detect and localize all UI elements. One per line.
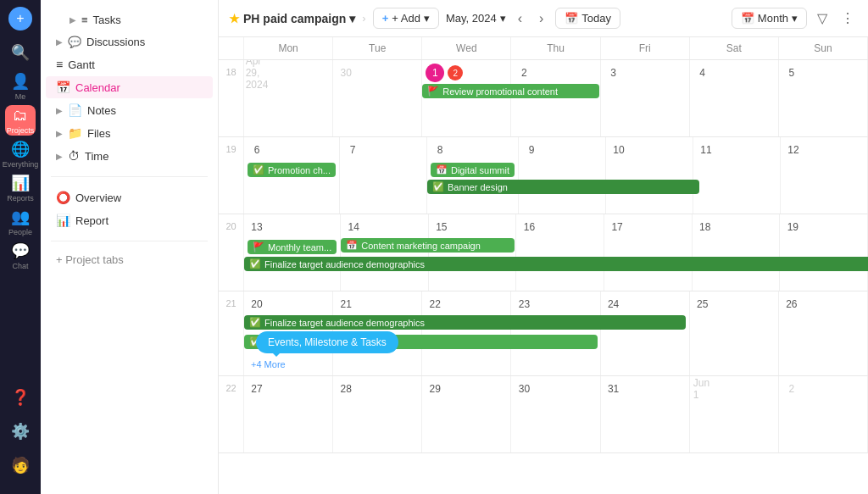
cell-may12[interactable]: 12 — [781, 137, 868, 214]
cell-may30[interactable]: 30 — [511, 376, 600, 452]
tasks-label: Tasks — [93, 14, 121, 26]
cell-may1[interactable]: 1 2 🚩 Review promotional content — [422, 60, 511, 136]
overview-label: Overview — [75, 191, 121, 204]
date-may26: 26 — [782, 295, 801, 314]
date-jun1: Jun 1 — [693, 380, 712, 398]
more-options-button[interactable]: ⋮ — [837, 7, 858, 30]
cell-may10[interactable]: 10 — [606, 137, 693, 214]
date-may21: 21 — [337, 295, 355, 314]
cell-may27[interactable]: 27 — [244, 376, 333, 452]
main-content: ★ PH paid campaign ▾ › + + Add ▾ May, 20… — [219, 0, 868, 494]
month-view-button[interactable]: 📅 Month ▾ — [732, 8, 807, 29]
sidebar-item-tasks[interactable]: ▶ ≡ Tasks — [46, 9, 213, 31]
cell-may24[interactable]: 24 — [601, 291, 690, 375]
event-review-promotional[interactable]: 🚩 Review promotional content — [422, 84, 598, 98]
sidebar-item-gantt[interactable]: ≡ Gantt — [46, 53, 213, 75]
add-button[interactable]: + + Add ▾ — [373, 8, 439, 29]
chat-nav-button[interactable]: 💬 Chat — [5, 241, 36, 271]
cell-may14[interactable]: 14 📅 Content marketing campaign — [341, 214, 429, 291]
discussions-icon: 💬 — [68, 36, 81, 48]
cell-may2[interactable]: 2 — [511, 60, 600, 136]
today-button[interactable]: 📅 Today — [555, 8, 620, 29]
date-may20: 20 — [248, 295, 266, 314]
cell-may3[interactable]: 3 — [601, 60, 690, 136]
reports-icon: 📊 — [11, 174, 30, 192]
cell-may5[interactable]: 5 — [779, 60, 868, 136]
cell-may11[interactable]: 11 — [693, 137, 781, 214]
header-right: 📅 Month ▾ ▽ ⋮ — [732, 7, 858, 30]
event-digital-summit[interactable]: 📅 Digital summit — [431, 163, 515, 177]
sidebar-item-notes[interactable]: ▶ 📄 Notes — [46, 99, 213, 121]
cell-may8[interactable]: 8 📅 Digital summit ✅ Banner design — [427, 137, 519, 214]
everything-nav-button[interactable]: 🌐 Everything — [5, 139, 36, 169]
cell-jun1[interactable]: Jun 1 — [690, 376, 779, 452]
cell-may7[interactable]: 7 — [340, 137, 427, 214]
day-header-fri: Fri — [601, 37, 690, 59]
cell-may9[interactable]: 9 — [519, 137, 606, 214]
event-banner-design[interactable]: ✅ Banner design — [427, 180, 699, 194]
people-nav-button[interactable]: 👥 People — [5, 207, 36, 237]
cell-apr30[interactable]: 30 — [333, 60, 422, 136]
prev-button[interactable]: ‹ — [513, 8, 527, 30]
date-may15: 15 — [432, 218, 451, 236]
sidebar: ▶ ≡ Tasks ▶ 💬 Discussions ≡ Gantt 📅 Cale… — [41, 0, 219, 494]
event-content-marketing[interactable]: 📅 Content marketing campaign — [341, 238, 515, 253]
more-icon: ⋮ — [841, 11, 854, 25]
time-arrow: ▶ — [56, 152, 63, 161]
sidebar-add-tabs[interactable]: + Project tabs — [46, 249, 213, 270]
event-monthly-team[interactable]: 🚩 Monthly team... — [248, 240, 337, 254]
settings-button[interactable]: ⚙️ — [5, 416, 36, 447]
reports-nav-button[interactable]: 📊 Reports — [5, 173, 36, 203]
search-button[interactable]: 🔍 — [5, 37, 36, 68]
cell-may19[interactable]: 19 — [780, 214, 868, 291]
event-label: Finalize target audience demographics — [264, 259, 425, 269]
cell-may20[interactable]: 20 ✅ Finalize target audience demographi… — [244, 291, 333, 375]
cell-may16[interactable]: 16 — [516, 214, 604, 291]
cell-may26[interactable]: 26 — [779, 291, 868, 375]
cell-may31[interactable]: 31 — [601, 376, 690, 452]
cell-may18[interactable]: 18 — [693, 214, 781, 291]
sidebar-item-time[interactable]: ▶ ⏱ Time — [46, 145, 213, 167]
cell-may6[interactable]: 6 ✅ Promotion ch... — [244, 137, 340, 214]
date-may11: 11 — [697, 141, 715, 159]
cell-may15[interactable]: 15 — [429, 214, 517, 291]
next-button[interactable]: › — [534, 8, 548, 30]
cell-may17[interactable]: 17 — [604, 214, 693, 291]
cell-may23[interactable]: 23 — [511, 291, 600, 375]
date-may7: 7 — [343, 141, 362, 159]
more-link[interactable]: +4 More — [248, 358, 289, 371]
event-promotion-ch[interactable]: ✅ Promotion ch... — [248, 163, 336, 177]
files-arrow: ▶ — [56, 129, 63, 138]
cell-may28[interactable]: 28 — [333, 376, 422, 452]
help-button[interactable]: ❓ — [5, 382, 36, 413]
cell-may4[interactable]: 4 — [690, 60, 779, 136]
date-may14: 14 — [344, 218, 363, 236]
projects-nav-button[interactable]: 🗂 Projects — [5, 105, 36, 136]
overview-icon: ⭕ — [56, 191, 70, 204]
cell-may22[interactable]: 22 — [422, 291, 511, 375]
avatar-button[interactable]: 🧑 — [5, 450, 36, 480]
sidebar-item-report[interactable]: 📊 Report — [46, 209, 213, 231]
filter-button[interactable]: ▽ — [814, 7, 831, 30]
sidebar-item-discussions[interactable]: ▶ 💬 Discussions — [46, 31, 213, 53]
sidebar-item-files[interactable]: ▶ 📁 Files — [46, 122, 213, 144]
help-icon: ❓ — [11, 388, 30, 407]
tasks-icon: ≡ — [81, 14, 88, 26]
me-nav-button[interactable]: 👤 Me — [5, 71, 36, 102]
cell-apr29[interactable]: Apr 29, 2024 — [244, 60, 333, 136]
date-label: May, 2024 — [446, 12, 497, 25]
cal-icon: 📅 — [346, 240, 358, 251]
cell-may13[interactable]: 13 🚩 Monthly team... ✅ Finalize target a… — [244, 214, 341, 291]
cell-may25[interactable]: 25 — [690, 291, 779, 375]
tooltip-text: Events, Milestone & Tasks — [268, 336, 387, 348]
event-finalize-target-2[interactable]: ✅ Finalize target audience demographics — [244, 315, 686, 330]
sidebar-item-calendar[interactable]: 📅 Calendar — [46, 76, 213, 98]
cell-jun2[interactable]: 2 — [779, 376, 868, 452]
report-label: Report — [75, 214, 108, 227]
notes-label: Notes — [87, 104, 116, 117]
global-add-button[interactable]: + — [8, 7, 32, 31]
sidebar-item-overview[interactable]: ⭕ Overview — [46, 186, 213, 208]
cell-may29[interactable]: 29 — [422, 376, 511, 452]
project-name[interactable]: ★ PH paid campaign ▾ — [229, 12, 355, 25]
event-finalize-target[interactable]: ✅ Finalize target audience demographics — [244, 257, 868, 271]
